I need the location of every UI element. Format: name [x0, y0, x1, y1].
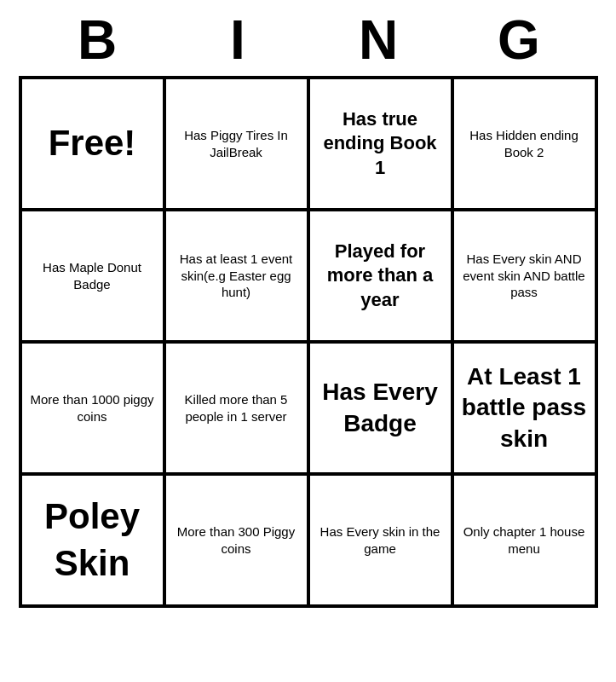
cell-row2-col4[interactable]: Has Every skin AND event skin AND battle…	[452, 210, 596, 342]
cell-row4-col4[interactable]: Only chapter 1 house menu	[452, 474, 596, 606]
cell-row1-col2[interactable]: Has Piggy Tires In JailBreak	[164, 78, 308, 210]
letter-i: I	[170, 9, 306, 72]
letter-g: G	[451, 9, 587, 72]
cell-row2-col3[interactable]: Played for more than a year	[308, 210, 452, 342]
bingo-header: B I N G	[19, 9, 598, 72]
cell-row3-col4[interactable]: At Least 1 battle pass skin	[452, 342, 596, 474]
bingo-grid: Free! Has Piggy Tires In JailBreak Has t…	[19, 76, 598, 608]
cell-row4-col1[interactable]: Poley Skin	[20, 474, 164, 606]
cell-row1-col4[interactable]: Has Hidden ending Book 2	[452, 78, 596, 210]
bingo-card: B I N G Free! Has Piggy Tires In JailBre…	[0, 0, 616, 682]
cell-row3-col2[interactable]: Killed more than 5 people in 1 server	[164, 342, 308, 474]
cell-row1-col1[interactable]: Free!	[20, 78, 164, 210]
cell-row1-col3[interactable]: Has true ending Book 1	[308, 78, 452, 210]
cell-row4-col3[interactable]: Has Every skin in the game	[308, 474, 452, 606]
cell-row3-col1[interactable]: More than 1000 piggy coins	[20, 342, 164, 474]
cell-row4-col2[interactable]: More than 300 Piggy coins	[164, 474, 308, 606]
letter-b: B	[29, 9, 165, 72]
cell-row3-col3[interactable]: Has Every Badge	[308, 342, 452, 474]
cell-row2-col2[interactable]: Has at least 1 event skin(e.g Easter egg…	[164, 210, 308, 342]
letter-n: N	[310, 9, 446, 72]
cell-row2-col1[interactable]: Has Maple Donut Badge	[20, 210, 164, 342]
